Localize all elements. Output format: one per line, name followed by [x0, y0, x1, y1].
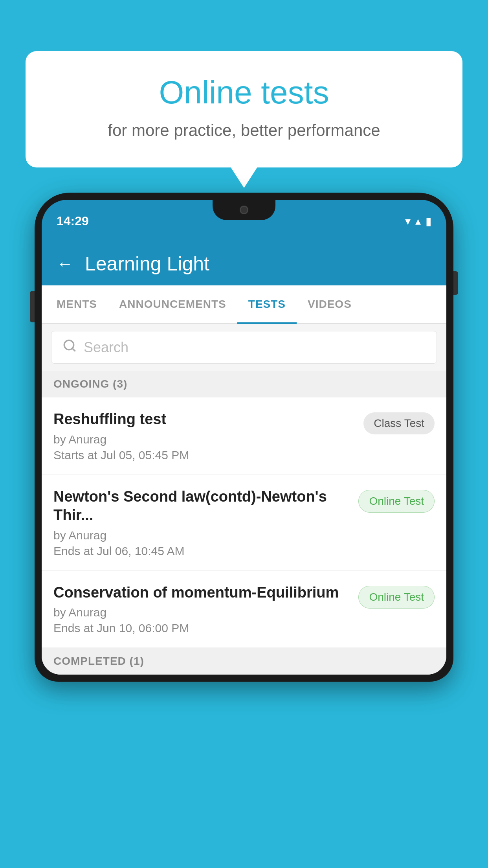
tab-announcements[interactable]: ANNOUNCEMENTS	[108, 285, 237, 323]
tabs-bar: MENTS ANNOUNCEMENTS TESTS VIDEOS	[42, 285, 446, 324]
status-bar: 14:29 ▾ ▴ ▮	[42, 200, 446, 242]
notch	[213, 200, 275, 220]
phone-mockup: 14:29 ▾ ▴ ▮ ← Learning Light MENTS	[35, 193, 453, 868]
test-name: Newton's Second law(contd)-Newton's Thir…	[53, 487, 350, 525]
status-time: 14:29	[57, 214, 89, 228]
bubble-subtitle: for more practice, better performance	[57, 121, 431, 140]
phone-outer: 14:29 ▾ ▴ ▮ ← Learning Light MENTS	[35, 193, 453, 682]
tab-videos[interactable]: VIDEOS	[297, 285, 363, 323]
speech-bubble: Online tests for more practice, better p…	[26, 51, 462, 167]
test-item[interactable]: Newton's Second law(contd)-Newton's Thir…	[42, 475, 446, 571]
test-date: Starts at Jul 05, 05:45 PM	[53, 449, 356, 462]
test-name: Conservation of momentum-Equilibrium	[53, 583, 350, 602]
test-by: by Anurag	[53, 529, 350, 542]
test-by: by Anurag	[53, 606, 350, 619]
app-header: ← Learning Light	[42, 242, 446, 285]
speech-bubble-container: Online tests for more practice, better p…	[26, 51, 462, 167]
completed-section-header: COMPLETED (1)	[42, 648, 446, 675]
test-date: Ends at Jul 06, 10:45 AM	[53, 544, 350, 558]
front-camera	[240, 206, 248, 214]
test-item-left: Reshuffling test by Anurag Starts at Jul…	[53, 410, 363, 462]
back-button[interactable]: ←	[57, 254, 73, 273]
wifi-icon: ▾	[405, 215, 411, 228]
test-badge-online-2: Online Test	[358, 586, 435, 609]
volume-button	[30, 291, 35, 322]
test-name: Reshuffling test	[53, 410, 356, 429]
completed-title: COMPLETED (1)	[53, 655, 144, 667]
test-badge-class: Class Test	[363, 412, 435, 434]
power-button	[453, 271, 458, 295]
search-icon	[62, 338, 77, 356]
test-item-left: Conservation of momentum-Equilibrium by …	[53, 583, 358, 635]
status-icons: ▾ ▴ ▮	[405, 215, 431, 228]
test-item[interactable]: Conservation of momentum-Equilibrium by …	[42, 571, 446, 648]
bubble-title: Online tests	[57, 75, 431, 110]
tab-ments[interactable]: MENTS	[46, 285, 108, 323]
test-item-left: Newton's Second law(contd)-Newton's Thir…	[53, 487, 358, 558]
app-title: Learning Light	[85, 252, 209, 275]
test-by: by Anurag	[53, 433, 356, 446]
phone-content: ← Learning Light MENTS ANNOUNCEMENTS TES…	[42, 242, 446, 675]
search-container: Search	[42, 324, 446, 371]
battery-icon: ▮	[426, 215, 431, 228]
ongoing-title: ONGOING (3)	[53, 378, 127, 390]
search-input[interactable]: Search	[84, 339, 128, 356]
test-date: Ends at Jun 10, 06:00 PM	[53, 622, 350, 635]
test-badge-online: Online Test	[358, 490, 435, 513]
search-bar[interactable]: Search	[51, 331, 437, 364]
svg-line-1	[72, 348, 75, 351]
signal-icon: ▴	[415, 215, 421, 228]
ongoing-section-header: ONGOING (3)	[42, 371, 446, 397]
test-item[interactable]: Reshuffling test by Anurag Starts at Jul…	[42, 397, 446, 475]
tab-tests[interactable]: TESTS	[237, 285, 297, 323]
